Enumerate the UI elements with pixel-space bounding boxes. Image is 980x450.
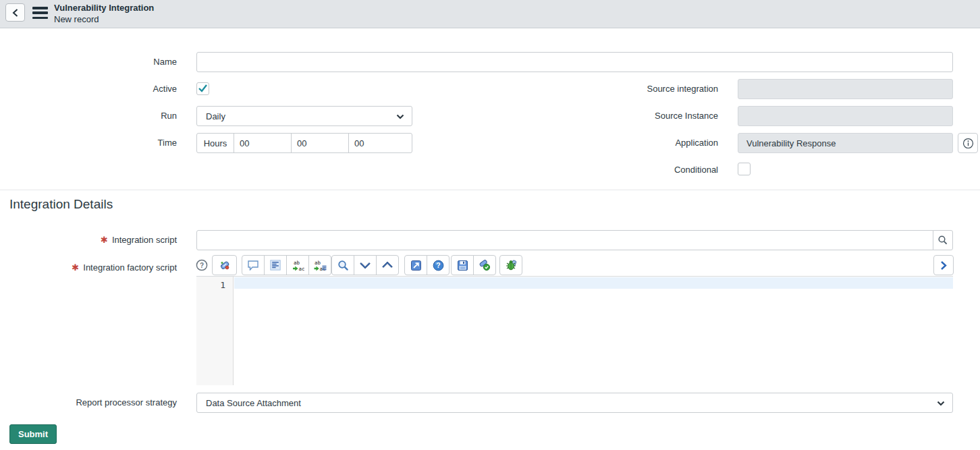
debug-bug-icon (505, 259, 517, 271)
active-label: Active (0, 84, 177, 94)
application-label: Application (540, 138, 718, 148)
active-checkbox[interactable] (196, 82, 209, 95)
help-filled-icon: ? (433, 260, 444, 271)
open-window-icon (410, 260, 422, 271)
toggle-comment-button[interactable] (242, 255, 265, 275)
run-select-value: Daily (206, 111, 225, 121)
integration-factory-script-label-text: Integration factory script (83, 262, 177, 273)
syntax-editor-toggle-button[interactable] (212, 255, 237, 275)
comment-icon (247, 260, 259, 271)
lookup-magnifier-icon (937, 235, 948, 246)
find-next-chevron-down-icon (360, 260, 371, 270)
svg-text:?: ? (200, 262, 204, 269)
vulnerability-integration-form: Vulnerability Integration New record Nam… (0, 0, 980, 450)
replace-all-icon: ab ac (314, 260, 327, 271)
save-button[interactable] (451, 255, 474, 275)
back-chevron-icon (11, 8, 20, 18)
application-value: Vulnerability Response (746, 138, 836, 148)
format-code-icon (270, 260, 281, 271)
time-field-group: Hours (196, 133, 412, 153)
page-title: Vulnerability Integration (54, 3, 154, 14)
help-icon: ? (196, 259, 208, 271)
back-button[interactable] (5, 3, 25, 22)
search-button[interactable] (331, 255, 354, 275)
line-number: 1 (220, 280, 225, 290)
validate-script-button[interactable] (473, 255, 496, 275)
section-divider (0, 190, 980, 190)
integration-script-lookup-button[interactable] (933, 230, 953, 250)
search-icon (337, 260, 349, 271)
chevron-down-icon (937, 401, 945, 406)
time-seconds-input[interactable] (349, 134, 408, 152)
editor-help-filled-button[interactable]: ? (427, 255, 450, 275)
source-integration-field (738, 79, 953, 99)
syntax-scroll-icon (219, 259, 231, 271)
svg-text:ab: ab (315, 260, 321, 266)
svg-text:?: ? (436, 261, 440, 269)
time-hours-input[interactable] (234, 134, 292, 152)
conditional-checkbox[interactable] (738, 163, 751, 175)
svg-text:ab: ab (294, 260, 300, 266)
editor-expand-button[interactable] (933, 255, 954, 275)
run-label: Run (0, 111, 177, 121)
debug-script-button[interactable] (499, 255, 522, 275)
context-menu-icon[interactable] (32, 7, 48, 19)
time-minutes-input[interactable] (292, 134, 349, 152)
application-info-button[interactable] (958, 133, 978, 153)
find-next-button[interactable] (354, 255, 377, 275)
info-icon (962, 138, 974, 149)
editor-help-button[interactable]: ? (196, 259, 208, 274)
replace-all-button[interactable]: ab ac (308, 255, 331, 275)
format-code-button[interactable] (264, 255, 287, 275)
required-asterisk-icon: ✱ (72, 262, 79, 273)
checkmark-icon (197, 83, 209, 93)
run-select[interactable]: Daily (196, 106, 412, 126)
find-previous-chevron-up-icon (382, 260, 393, 270)
integration-script-label: ✱Integration script (0, 235, 177, 245)
section-title: Integration Details (9, 197, 113, 212)
script-editor[interactable]: 1 (196, 276, 953, 385)
report-processor-strategy-select[interactable]: Data Source Attachment (196, 393, 953, 413)
time-unit-label: Hours (197, 134, 234, 152)
source-instance-field (738, 106, 953, 126)
svg-text:ac: ac (298, 266, 304, 271)
submit-button[interactable]: Submit (9, 424, 57, 444)
name-label: Name (0, 57, 177, 67)
find-previous-button[interactable] (376, 255, 399, 275)
header-bar: Vulnerability Integration New record (0, 0, 980, 28)
source-instance-label: Source Instance (540, 111, 718, 121)
chevron-down-icon (396, 114, 404, 119)
report-processor-strategy-value: Data Source Attachment (206, 398, 301, 408)
name-input[interactable] (196, 52, 953, 72)
page-subtitle: New record (54, 14, 154, 26)
save-icon (457, 260, 468, 271)
integration-factory-script-label: ✱Integration factory script (0, 262, 177, 273)
report-processor-strategy-label: Report processor strategy (0, 397, 177, 407)
open-in-window-button[interactable] (404, 255, 427, 275)
conditional-label: Conditional (540, 165, 718, 175)
chevron-right-icon (940, 260, 947, 271)
replace-button[interactable]: ab ac (286, 255, 309, 275)
svg-text:ac: ac (319, 266, 325, 271)
editor-gutter: 1 (196, 277, 234, 385)
integration-script-label-text: Integration script (112, 235, 177, 245)
integration-script-input[interactable] (196, 230, 933, 250)
time-label: Time (0, 138, 177, 148)
application-field: Vulnerability Response (738, 133, 953, 153)
validate-script-icon (479, 259, 491, 271)
required-asterisk-icon: ✱ (101, 235, 108, 245)
source-integration-label: Source integration (540, 84, 718, 94)
editor-active-line (234, 277, 953, 289)
header-titles: Vulnerability Integration New record (54, 3, 154, 25)
replace-icon: ab ac (292, 260, 304, 271)
